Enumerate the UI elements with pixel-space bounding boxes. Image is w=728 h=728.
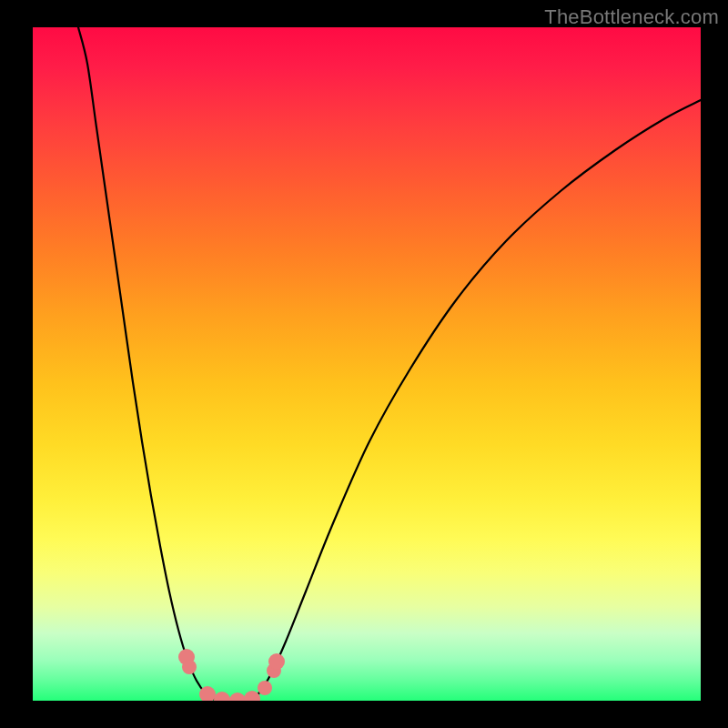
data-marker xyxy=(258,681,272,695)
data-marker xyxy=(268,653,285,670)
data-marker xyxy=(244,691,260,701)
data-marker xyxy=(214,692,230,701)
data-marker xyxy=(182,660,197,674)
plot-area xyxy=(33,27,701,701)
curve-group xyxy=(78,27,701,701)
watermark-text: TheBottleneck.com xyxy=(544,5,719,29)
data-marker xyxy=(229,693,246,701)
right-branch-curve xyxy=(233,100,701,701)
frame: TheBottleneck.com xyxy=(0,0,728,728)
chart-svg xyxy=(33,27,701,701)
left-branch-curve xyxy=(78,27,233,701)
